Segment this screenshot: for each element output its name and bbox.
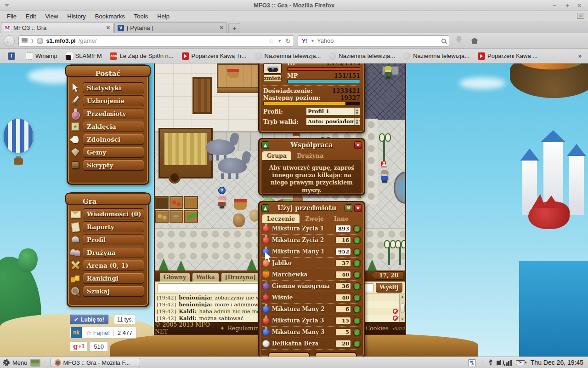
menu-item[interactable]: Edit [22, 12, 40, 21]
search-box[interactable]: Y! ▼ [298, 35, 449, 46]
tab-close-icon[interactable]: ✕ [106, 25, 110, 31]
reload-icon[interactable]: ↻ [285, 37, 291, 45]
close-panel-button[interactable]: ✕ [354, 141, 362, 149]
item-row[interactable]: Jabłko 37 [262, 258, 361, 269]
footer-link[interactable]: Regulamin [227, 325, 259, 332]
menu-item[interactable]: Help [153, 12, 174, 21]
sidebar-menu-button[interactable]: Szukaj [83, 286, 144, 297]
sidebar-menu-button[interactable]: Wiadomości (0) [83, 208, 144, 219]
bookmark-item[interactable]: Naziemna telewizja... [400, 51, 473, 61]
menu-item[interactable]: Bookmarks [91, 12, 129, 21]
site-identity-icon[interactable] [22, 38, 28, 43]
player-blue-jacket[interactable] [381, 170, 388, 183]
horse[interactable] [218, 158, 247, 173]
close-panel-button[interactable]: ✕ [354, 204, 362, 212]
bookmark-item[interactable]: SLAM!FM [62, 51, 105, 61]
sidebar-menu-button[interactable]: Skrypty [83, 160, 144, 171]
minimize-button[interactable]: − [548, 1, 560, 10]
chat-scrollbar[interactable]: ▲ ▼ [399, 294, 405, 322]
search-engine-dropdown-icon[interactable]: ▼ [311, 39, 315, 43]
cooperation-tab[interactable]: Drużyna [292, 151, 328, 160]
bookmark-item[interactable]: Winamp [23, 51, 61, 61]
network-signal-icon[interactable] [504, 360, 512, 366]
npc-quest-pig[interactable] [218, 196, 226, 208]
cooperation-tab[interactable]: Grupa [262, 151, 291, 160]
chat-send-button[interactable]: Wyślij [376, 283, 402, 293]
bookmark-star-icon[interactable]: ☆ [268, 37, 274, 45]
show-desktop-icon[interactable] [30, 359, 40, 367]
partial-button[interactable] [315, 352, 357, 356]
bookmarks-overflow-chevron[interactable]: » [578, 52, 583, 59]
item-row[interactable]: Wiśnie 40 [262, 292, 361, 304]
horse[interactable] [206, 139, 235, 155]
search-icon[interactable] [441, 39, 446, 43]
home-button[interactable] [469, 35, 481, 46]
use-item-hand-button[interactable] [353, 305, 361, 313]
chat-tab[interactable]: Walka [192, 272, 219, 282]
sidebar-menu-button[interactable]: Zdolności [83, 134, 144, 145]
combat-mode-select[interactable]: Auto: powiadom na ▲▼ [306, 117, 360, 126]
use-item-hand-button[interactable] [353, 294, 361, 302]
profile-select[interactable]: Profil 1 ▲▼ [306, 107, 360, 115]
chat-tab[interactable]: Główny [159, 272, 190, 282]
sidebar-menu-button[interactable]: Gemy [83, 147, 144, 158]
browser-tab[interactable]: M MFO3 :: Gra ✕ [1, 22, 113, 33]
sidebar-menu-button[interactable]: Przedmioty [83, 108, 144, 119]
use-item-hand-button[interactable] [353, 317, 361, 325]
search-engine-icon[interactable]: Y! [301, 38, 308, 44]
url-bar[interactable]: ❯ s1.mfo3.pl /game/ ☆ ▼ ↻ [18, 35, 294, 46]
maximize-button[interactable]: + [561, 1, 573, 10]
scroll-up-icon[interactable]: ▲ [401, 294, 404, 299]
spinner-icons[interactable]: ▲▼ [354, 108, 359, 115]
footer-link[interactable]: Cookies [366, 325, 389, 332]
browser-tab[interactable]: V [ Pytania ] ✕ [114, 22, 227, 33]
item-row[interactable]: Delikatna Beza 20 [262, 338, 361, 350]
item-row[interactable]: Mikstura Many 2 6 [262, 304, 361, 315]
scrollbar-thumb[interactable] [401, 303, 405, 313]
sidebar-menu-button[interactable]: Raporty [83, 221, 144, 232]
collapse-button[interactable]: ▲ [261, 141, 269, 149]
menu-item[interactable]: View [41, 12, 62, 21]
use-item-hand-button[interactable] [353, 225, 361, 233]
npc-armored[interactable] [384, 66, 392, 79]
google-plus-one-button[interactable]: g +1 [70, 341, 88, 351]
sidebar-menu-button[interactable]: Zaklęcia [83, 121, 144, 132]
use-item-hand-button[interactable] [353, 259, 361, 267]
screenshot-tool-icon[interactable] [468, 359, 476, 366]
nk-fajne-button[interactable]: nk ☆ Fajne! 2 477 [70, 327, 136, 339]
settings-wrench-button[interactable]: ⚒ [345, 204, 352, 212]
menu-item[interactable]: File [3, 12, 21, 21]
use-item-hand-button[interactable] [353, 248, 361, 256]
use-item-tab[interactable]: Leczenie [262, 214, 300, 223]
bookmark-item[interactable]: Naziemna telewizja... [252, 51, 324, 61]
search-input[interactable] [317, 37, 439, 44]
use-item-hand-button[interactable] [353, 236, 361, 244]
spinner-icons[interactable]: ▲▼ [354, 118, 359, 125]
taskbar-window-button[interactable]: MFO3 :: Gra - Mozilla F... [51, 358, 140, 367]
quest-mark-bubble[interactable]: ? [218, 187, 226, 194]
sidebar-menu-button[interactable]: Statystyki [83, 82, 144, 93]
bookmark-item[interactable]: f [5, 51, 21, 61]
sidebar-menu-button[interactable]: Uzbrojenie [83, 95, 144, 106]
use-item-hand-button[interactable] [353, 271, 361, 279]
item-row[interactable]: Mikstura Many 3 5 [262, 327, 361, 338]
battery-icon[interactable] [516, 360, 525, 365]
tab-close-icon[interactable]: ✕ [220, 25, 224, 31]
item-row[interactable]: Mikstura Życia 3 15 [262, 315, 361, 327]
system-menu-button[interactable]: Menu [12, 359, 28, 366]
new-tab-button[interactable]: + [228, 23, 240, 33]
facebook-like-button[interactable]: ✔ Lubię to! [70, 315, 108, 324]
bookmark-item[interactable]: Poparzeni Kawą Tr... [179, 51, 250, 61]
use-item-hand-button[interactable] [353, 328, 361, 336]
scroll-down-icon[interactable]: ▼ [401, 317, 404, 322]
block-user-icon[interactable] [393, 309, 398, 314]
item-row[interactable]: Mikstura Życia 1 893 [262, 223, 361, 235]
bookmark-item[interactable]: Poparzeni Kawa ... [475, 51, 541, 61]
url-dropdown-icon[interactable]: ▼ [277, 39, 282, 43]
sidebar-menu-button[interactable]: Rankingi [83, 273, 144, 284]
block-user-icon[interactable] [393, 316, 398, 321]
sidebar-menu-button[interactable]: Drużyna [83, 247, 144, 258]
bluetooth-icon[interactable] [489, 359, 492, 366]
item-row[interactable]: Mikstura Życia 2 16 [262, 235, 361, 246]
volume-icon[interactable] [497, 361, 500, 365]
